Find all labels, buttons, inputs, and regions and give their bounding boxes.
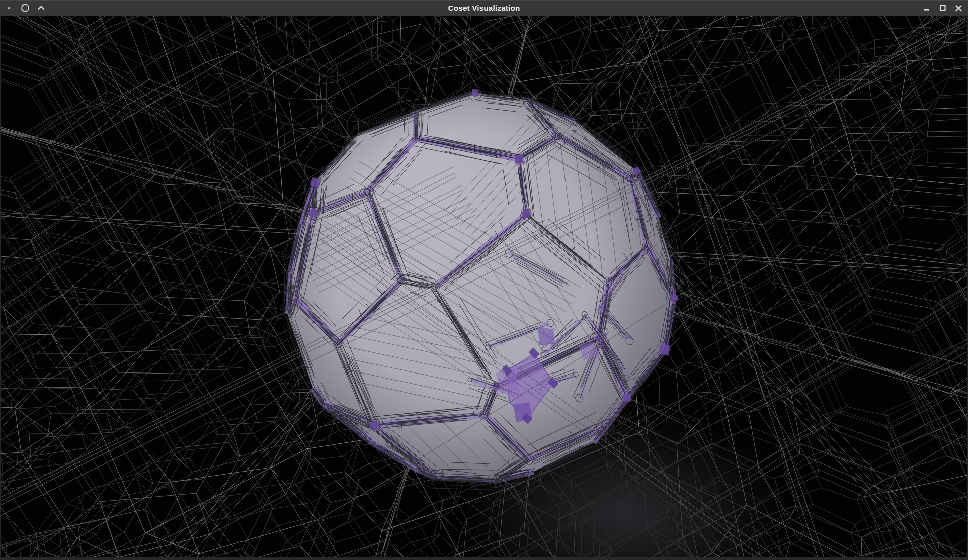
svg-text:Coset Visualization: Coset Visualization xyxy=(448,4,520,12)
